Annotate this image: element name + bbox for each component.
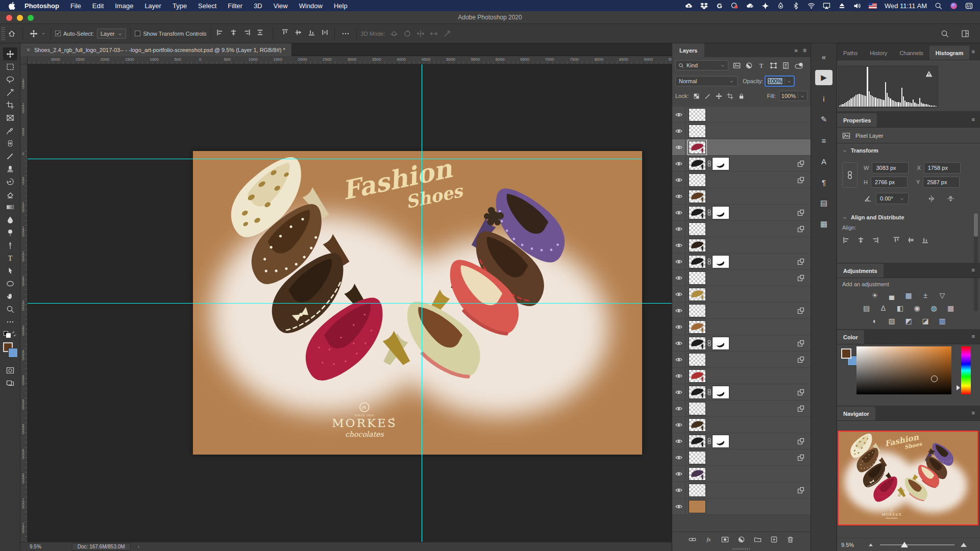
eject-icon[interactable] — [838, 2, 846, 10]
adjustment-threshold-icon[interactable]: ◩ — [903, 316, 914, 325]
tab-paths[interactable]: Paths — [837, 46, 864, 60]
layer-style-icon[interactable]: fx — [705, 536, 713, 543]
layer-row[interactable] — [672, 303, 811, 319]
adjustment-selective-color-icon[interactable]: ▥ — [937, 316, 947, 325]
adjustment-posterize-icon[interactable]: ▨ — [887, 316, 897, 325]
adjustment-color-balance-icon[interactable]: Δ — [878, 304, 889, 313]
layer-thumbnail[interactable] — [689, 304, 706, 317]
tab-layers[interactable]: Layers — [672, 43, 704, 57]
visibility-eye-icon[interactable] — [672, 123, 685, 139]
close-window-button[interactable] — [6, 15, 12, 21]
layer-mask-thumbnail[interactable] — [712, 206, 729, 219]
stamp-tool[interactable] — [3, 162, 17, 175]
warning-icon[interactable] — [925, 70, 933, 78]
bluetooth-icon[interactable] — [792, 2, 800, 10]
menu-file[interactable]: File — [70, 2, 81, 10]
layer-mask-thumbnail[interactable] — [712, 157, 729, 170]
pan-icon[interactable] — [416, 30, 425, 38]
panel-menu-icon[interactable]: ≡ — [972, 333, 975, 339]
tool-sliders-panel-icon[interactable]: ≡ — [815, 133, 832, 148]
fill-field[interactable]: 100% — [779, 91, 807, 101]
horizontal-guide[interactable] — [28, 303, 672, 304]
visibility-eye-icon[interactable] — [672, 352, 685, 367]
menu-type[interactable]: Type — [173, 2, 187, 10]
mask-link-icon[interactable] — [706, 389, 712, 395]
menu-select[interactable]: Select — [198, 2, 216, 10]
menu-window[interactable]: Window — [299, 2, 323, 10]
mask-link-icon[interactable] — [706, 438, 712, 444]
apple-icon[interactable] — [8, 1, 15, 10]
dodge-tool[interactable] — [3, 226, 17, 239]
libraries-panel-icon[interactable]: ▦ — [815, 216, 832, 232]
navigator-proxy-view[interactable] — [838, 431, 978, 525]
x-field[interactable]: 1758 px — [924, 162, 961, 173]
actions-panel-icon[interactable]: ▶ — [815, 70, 832, 85]
layer-row[interactable] — [672, 498, 811, 515]
crop-tool[interactable] — [3, 98, 17, 111]
panel-menu-icon[interactable]: ≡ — [803, 47, 806, 54]
align-section-header[interactable]: Align and Distribute — [837, 214, 980, 220]
ellipse-tool[interactable] — [3, 277, 17, 290]
volume-icon[interactable] — [853, 2, 861, 10]
link-dimensions-button[interactable] — [842, 162, 857, 188]
layer-row[interactable] — [672, 466, 811, 482]
home-icon[interactable] — [5, 27, 18, 40]
layer-row[interactable] — [672, 254, 811, 270]
history-brush-tool[interactable] — [3, 175, 17, 188]
visibility-eye-icon[interactable] — [672, 482, 685, 498]
visibility-eye-icon[interactable] — [672, 400, 685, 416]
siri-icon[interactable] — [950, 2, 958, 10]
eyedropper-tool[interactable] — [3, 124, 17, 137]
horizontal-ruler[interactable]: 3000250020001500100050005001000150020002… — [28, 56, 672, 64]
type-tool[interactable]: T — [3, 252, 17, 264]
opacity-field[interactable]: 100% — [765, 76, 794, 86]
visibility-eye-icon[interactable] — [672, 433, 685, 449]
control-center-icon[interactable] — [965, 2, 973, 10]
layer-row[interactable] — [672, 335, 811, 352]
visibility-eye-icon[interactable] — [672, 286, 685, 302]
blur-tool[interactable] — [3, 213, 17, 226]
airplay-icon[interactable] — [823, 2, 830, 10]
us-flag-icon[interactable] — [869, 3, 877, 9]
layer-mask-thumbnail[interactable] — [712, 255, 729, 268]
layer-thumbnail[interactable] — [689, 467, 706, 481]
align-right-icon[interactable] — [870, 235, 880, 245]
lock-artboard-icon[interactable] — [725, 91, 734, 101]
flip-vertical-icon[interactable] — [945, 193, 955, 204]
hue-slider[interactable] — [961, 346, 971, 394]
visibility-eye-icon[interactable] — [672, 384, 685, 400]
meet-cam-icon[interactable] — [731, 2, 739, 10]
layer-thumbnail[interactable] — [689, 435, 706, 448]
lasso-tool[interactable] — [3, 73, 17, 86]
glyphs-panel-icon[interactable]: ▤ — [815, 195, 832, 211]
status-zoom-level[interactable]: 9.5% — [30, 544, 41, 549]
frame-tool[interactable] — [3, 111, 17, 124]
dropbox-icon[interactable] — [700, 2, 708, 10]
tab-properties[interactable]: Properties — [837, 113, 877, 127]
visibility-eye-icon[interactable] — [672, 449, 685, 465]
visibility-eye-icon[interactable] — [672, 205, 685, 220]
layer-thumbnail[interactable] — [689, 141, 706, 154]
visibility-eye-icon[interactable] — [672, 270, 685, 286]
layer-thumbnail[interactable] — [689, 173, 706, 187]
menu-help[interactable]: Help — [334, 2, 348, 10]
layer-thumbnail[interactable] — [689, 402, 706, 415]
mask-link-icon[interactable] — [706, 340, 712, 346]
layer-row[interactable] — [672, 172, 811, 188]
height-field[interactable]: 2766 px — [871, 177, 908, 188]
menu-photoshop[interactable]: Photoshop — [24, 2, 59, 10]
zoom-tool[interactable] — [3, 303, 17, 315]
adjustment-vibrance-icon[interactable]: ▽ — [937, 291, 947, 300]
lock-position-icon[interactable] — [714, 91, 723, 101]
add-mask-icon[interactable] — [721, 536, 729, 543]
paragraph-panel-icon[interactable]: ¶ — [815, 174, 832, 190]
navigator-zoom-value[interactable]: 9.5% — [841, 542, 868, 548]
type-filter-icon[interactable]: T — [755, 60, 767, 70]
layer-thumbnail[interactable] — [689, 369, 706, 383]
saturation-brightness-field[interactable] — [856, 346, 951, 394]
visibility-eye-icon[interactable] — [672, 466, 685, 482]
color-swatches[interactable] — [3, 342, 18, 360]
layer-thumbnail[interactable] — [689, 206, 706, 219]
status-chevron-icon[interactable]: › — [138, 544, 139, 549]
pen-tool[interactable] — [3, 239, 17, 252]
